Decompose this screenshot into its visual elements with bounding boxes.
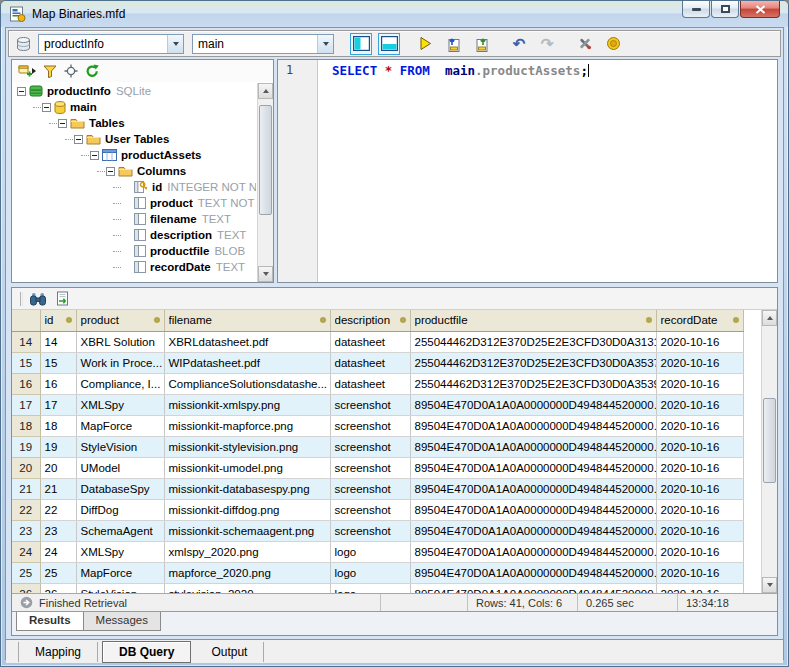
cell-filename[interactable]: missionkit-umodel.png xyxy=(164,457,330,478)
results-scrollbar[interactable] xyxy=(761,310,777,593)
cell-product[interactable]: Work in Proce... xyxy=(76,352,164,373)
cell-recordDate[interactable]: 2020-10-16 xyxy=(656,436,743,457)
tree-item-columns[interactable]: Columns xyxy=(12,163,256,179)
datasource-combobox[interactable]: productInfo xyxy=(38,34,184,54)
row-number[interactable]: 15 xyxy=(12,352,40,373)
cell-id[interactable]: 19 xyxy=(40,436,76,457)
cell-description[interactable]: screenshot xyxy=(330,457,410,478)
cell-id[interactable]: 14 xyxy=(40,331,76,352)
redo-button[interactable]: ↷ xyxy=(536,33,558,55)
tree-item-description[interactable]: descriptionTEXT xyxy=(12,227,256,243)
cell-productfile[interactable]: 89504E470D0A1A0A0000000D494844520000... xyxy=(410,394,656,415)
cell-description[interactable]: screenshot xyxy=(330,478,410,499)
tree-item-product[interactable]: productTEXT NOT NULL xyxy=(12,195,256,211)
column-header-product[interactable]: product xyxy=(76,310,164,331)
cell-productfile[interactable]: 89504E470D0A1A0A0000000D494844520000... xyxy=(410,436,656,457)
cell-recordDate[interactable]: 2020-10-16 xyxy=(656,331,743,352)
cell-productfile[interactable]: 89504E470D0A1A0A0000000D494844520000... xyxy=(410,499,656,520)
scroll-up-button[interactable] xyxy=(258,83,273,99)
cell-id[interactable]: 26 xyxy=(40,583,76,593)
tree-item-user-tables[interactable]: User Tables xyxy=(12,131,256,147)
cell-recordDate[interactable]: 2020-10-16 xyxy=(656,478,743,499)
cell-product[interactable]: MapForce xyxy=(76,415,164,436)
schema-combobox[interactable]: main xyxy=(192,34,334,54)
scroll-down-button[interactable] xyxy=(762,577,777,593)
collapse-toggle[interactable] xyxy=(58,119,67,128)
scrollbar-thumb[interactable] xyxy=(259,105,272,215)
cell-productfile[interactable]: 89504E470D0A1A0A0000000D494844520000... xyxy=(410,415,656,436)
import-sql-script-button[interactable] xyxy=(442,33,464,55)
cell-id[interactable]: 25 xyxy=(40,562,76,583)
cell-recordDate[interactable]: 2020-10-16 xyxy=(656,457,743,478)
cell-product[interactable]: SchemaAgent xyxy=(76,520,164,541)
cell-recordDate[interactable]: 2020-10-16 xyxy=(656,541,743,562)
filter-button[interactable] xyxy=(43,65,57,78)
cell-filename[interactable]: stylevision_2020... xyxy=(164,583,330,593)
export-results-button[interactable] xyxy=(55,291,70,306)
add-datasource-button[interactable] xyxy=(18,64,36,78)
cell-recordDate[interactable]: 2020-10-16 xyxy=(656,520,743,541)
cell-productfile[interactable]: 89504E470D0A1A0A0000000D494844520000... xyxy=(410,520,656,541)
cell-id[interactable]: 22 xyxy=(40,499,76,520)
cell-product[interactable]: MapForce xyxy=(76,562,164,583)
cell-description[interactable]: logo xyxy=(330,562,410,583)
tab-messages[interactable]: Messages xyxy=(83,612,161,631)
cell-description[interactable]: logo xyxy=(330,541,410,562)
undo-button[interactable]: ↶ xyxy=(508,33,530,55)
column-header-recordDate[interactable]: recordDate xyxy=(656,310,743,331)
cell-product[interactable]: StyleVision xyxy=(76,436,164,457)
dropdown-arrow-icon[interactable] xyxy=(167,35,183,53)
cell-id[interactable]: 24 xyxy=(40,541,76,562)
cell-product[interactable]: StyleVision xyxy=(76,583,164,593)
tab-results[interactable]: Results xyxy=(16,612,84,631)
cell-description[interactable]: screenshot xyxy=(330,520,410,541)
cell-id[interactable]: 18 xyxy=(40,415,76,436)
cell-recordDate[interactable]: 2020-10-16 xyxy=(656,394,743,415)
cell-id[interactable]: 15 xyxy=(40,352,76,373)
cell-description[interactable]: logo xyxy=(330,583,410,593)
column-header-id[interactable]: id xyxy=(40,310,76,331)
scroll-up-button[interactable] xyxy=(762,310,777,326)
execute-query-button[interactable] xyxy=(414,33,436,55)
row-number[interactable]: 17 xyxy=(12,394,40,415)
cell-recordDate[interactable]: 2020-10-16 xyxy=(656,373,743,394)
cell-description[interactable]: datasheet xyxy=(330,373,410,394)
collapse-toggle[interactable] xyxy=(106,167,115,176)
row-number[interactable]: 16 xyxy=(12,373,40,394)
row-number[interactable]: 14 xyxy=(12,331,40,352)
cell-filename[interactable]: missionkit-schemaagent.png xyxy=(164,520,330,541)
cell-recordDate[interactable]: 2020-10-16 xyxy=(656,562,743,583)
row-number[interactable]: 19 xyxy=(12,436,40,457)
cell-productfile[interactable]: 89504E470D0A1A0A0000000D494844520000... xyxy=(410,541,656,562)
column-header-filename[interactable]: filename xyxy=(164,310,330,331)
cell-productfile[interactable]: 255044462D312E370D25E2E3CFD30D0A31313... xyxy=(410,331,656,352)
cell-description[interactable]: datasheet xyxy=(330,352,410,373)
cell-recordDate[interactable]: 2020-10-16 xyxy=(656,352,743,373)
row-number[interactable]: 18 xyxy=(12,415,40,436)
sql-editor[interactable]: SELECT * FROM main.productAssets; xyxy=(318,60,777,282)
cell-filename[interactable]: mapforce_2020.png xyxy=(164,562,330,583)
cell-filename[interactable]: WIPdatasheet.pdf xyxy=(164,352,330,373)
cell-description[interactable]: screenshot xyxy=(330,415,410,436)
cell-id[interactable]: 20 xyxy=(40,457,76,478)
cell-recordDate[interactable]: 2020-10-16 xyxy=(656,415,743,436)
tree-item-productassets[interactable]: productAssets xyxy=(12,147,256,163)
tab-output[interactable]: Output xyxy=(195,642,264,662)
cell-product[interactable]: DatabaseSpy xyxy=(76,478,164,499)
row-number[interactable]: 22 xyxy=(12,499,40,520)
tree-scrollbar[interactable] xyxy=(257,83,273,282)
cell-id[interactable]: 23 xyxy=(40,520,76,541)
cell-productfile[interactable]: 89504E470D0A1A0A0000000D494844520000... xyxy=(410,478,656,499)
cell-product[interactable]: DiffDog xyxy=(76,499,164,520)
cell-filename[interactable]: missionkit-mapforce.png xyxy=(164,415,330,436)
tab-db-query[interactable]: DB Query xyxy=(102,641,191,663)
row-number[interactable]: 26 xyxy=(12,583,40,593)
tree-item-id[interactable]: idINTEGER NOT NULL xyxy=(12,179,256,195)
stop-retrieval-button[interactable] xyxy=(602,33,624,55)
cell-filename[interactable]: missionkit-stylevision.png xyxy=(164,436,330,457)
cell-productfile[interactable]: 89504E470D0A1A0A0000000D494844520000... xyxy=(410,583,656,593)
minimize-button[interactable] xyxy=(682,1,710,18)
cell-productfile[interactable]: 89504E470D0A1A0A0000000D494844520000... xyxy=(410,562,656,583)
cell-recordDate[interactable]: 2020-10-16 xyxy=(656,499,743,520)
collapse-toggle[interactable] xyxy=(17,87,26,96)
